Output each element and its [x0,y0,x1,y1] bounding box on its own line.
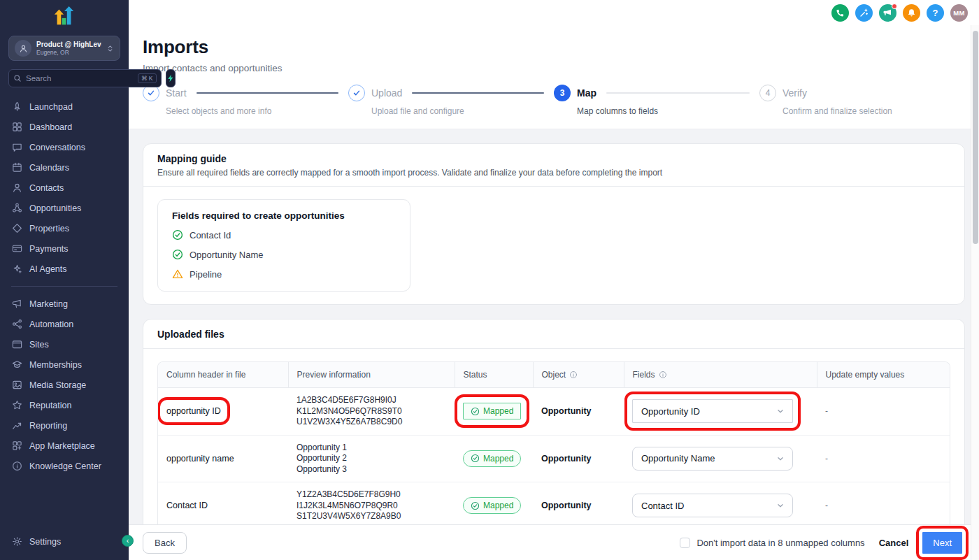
header-object: Object [533,362,624,388]
step-start[interactable]: Start Select objects and more info [143,85,348,116]
sidebar-item-label: Calendars [29,163,69,173]
sidebar-item-memberships[interactable]: Memberships [0,354,129,375]
status-badge: Mapped [463,403,521,419]
sidebar-item-label: Settings [29,537,61,547]
step-label: Verify [783,87,807,99]
header-label: Fields [633,370,655,380]
account-switcher[interactable]: Product @ HighLevel Eugene, OR [8,36,120,61]
sidebar-item-label: Sites [29,340,49,350]
step-connector [412,92,544,94]
notifications-button[interactable] [903,4,920,22]
sidebar-search-row: ⌘ K [8,69,120,87]
update-empty-cell: - [825,454,828,464]
sidebar-item-label: Properties [29,224,69,234]
memberships-icon [12,359,22,370]
status-badge: Mapped [463,497,521,514]
required-field-label: Opportunity Name [190,250,264,260]
info-icon[interactable] [569,371,578,379]
step-map[interactable]: 3 Map Map columns to fields [554,85,759,116]
megaphone-icon [883,8,892,17]
sidebar-item-app-marketplace[interactable]: App Marketplace [0,436,129,456]
search-box[interactable]: ⌘ K [8,69,162,87]
header-column-header-in-file: Column header in file [158,362,288,388]
next-button[interactable]: Next [922,532,962,554]
announcements-button[interactable] [879,4,896,22]
sidebar-collapse-button[interactable]: ‹ [122,535,134,547]
opportunities-icon [12,203,22,213]
uploaded-files-card: Uploaded files Column header in file Pre… [143,319,965,524]
sidebar-item-launchpad[interactable]: Launchpad [0,96,129,117]
step-check-icon [348,85,365,101]
update-empty-cell: - [825,501,828,510]
step-label: Map [577,87,596,99]
back-button[interactable]: Back [143,532,187,554]
page-title: Imports [143,36,965,58]
sidebar-item-label: Reporting [29,421,67,431]
sidebar-item-sites[interactable]: Sites [0,334,129,354]
ai-agents-icon [12,264,22,274]
reporting-icon [12,420,22,431]
required-field-label: Pipeline [190,269,222,280]
check-circle-icon [172,229,183,240]
scrollbar-track[interactable] [971,25,979,560]
search-input[interactable] [26,74,134,82]
fields-select[interactable]: Opportunity ID [632,399,793,423]
cancel-button[interactable]: Cancel [879,538,909,548]
user-avatar[interactable]: MM [950,4,968,22]
dashboard-icon [12,122,22,132]
preview-line: Opportunity 3 [296,464,446,475]
preview-line: Opportunity 1 [296,443,446,454]
sidebar-item-automation[interactable]: Automation [0,314,129,334]
mapping-table: Column header in file Preview informatio… [157,361,950,524]
sidebar-item-label: Dashboard [29,122,72,132]
dont-import-checkbox[interactable] [680,538,690,548]
update-empty-cell: - [825,406,828,416]
status-label: Mapped [483,501,513,510]
sidebar-item-properties[interactable]: Properties [0,218,129,238]
sidebar-item-ai-agents[interactable]: AI Agents [0,259,129,279]
sidebar-item-reporting[interactable]: Reporting [0,415,129,436]
conversations-icon [12,142,22,152]
fields-select-value: Contact ID [641,501,684,511]
status-badge: Mapped [463,450,521,467]
search-shortcut-badge: ⌘ K [138,73,157,83]
sites-icon [12,339,22,350]
phone-button[interactable] [831,4,849,22]
sidebar-item-media-storage[interactable]: Media Storage [0,375,129,395]
quick-tools-button[interactable] [855,4,873,22]
preview-line: 1A2B3C4D5E6F7G8H9I0J [296,395,446,406]
step-verify[interactable]: 4 Verify Confirm and finalize selection [759,85,965,116]
scrollbar-thumb[interactable] [973,31,978,244]
wizard-footer: Back Don't import data in 8 unmapped col… [129,524,979,560]
object-cell: Opportunity [541,501,592,510]
uploaded-files-title: Uploaded files [157,329,950,340]
header-preview-information: Preview information [288,362,455,388]
step-upload[interactable]: Upload Upload file and configure [348,85,554,116]
check-circle-icon [172,249,183,260]
sidebar-item-marketing[interactable]: Marketing [0,294,129,314]
sidebar-item-contacts[interactable]: Contacts [0,178,129,198]
account-avatar-icon [15,40,31,57]
sidebar-item-conversations[interactable]: Conversations [0,137,129,157]
search-icon [13,74,22,82]
column-header-cell: opportunity name [166,454,234,464]
column-header-cell: opportunity ID [166,406,221,416]
sidebar-item-knowledge-center[interactable]: Knowledge Center [0,456,129,476]
avatar-initials: MM [953,9,964,17]
sidebar-item-settings[interactable]: Settings [0,531,129,552]
quick-actions-button[interactable] [166,69,176,87]
sidebar-item-opportunities[interactable]: Opportunities [0,198,129,218]
fields-select[interactable]: Opportunity Name [632,447,793,471]
mapping-guide-description: Ensure all required fields are correctly… [157,168,950,178]
sidebar-item-payments[interactable]: Payments [0,238,129,259]
required-fields-title: Fields required to create opportunities [172,210,396,221]
help-button[interactable]: ? [927,4,944,22]
sidebar-item-reputation[interactable]: Reputation [0,395,129,415]
sidebar-item-calendars[interactable]: Calendars [0,157,129,178]
account-info: Product @ HighLevel Eugene, OR [36,41,101,56]
info-icon[interactable] [659,371,667,379]
mapping-guide-title: Mapping guide [157,153,950,164]
step-description: Map columns to fields [577,106,759,116]
sidebar-item-dashboard[interactable]: Dashboard [0,117,129,137]
fields-select[interactable]: Contact ID [632,494,793,517]
